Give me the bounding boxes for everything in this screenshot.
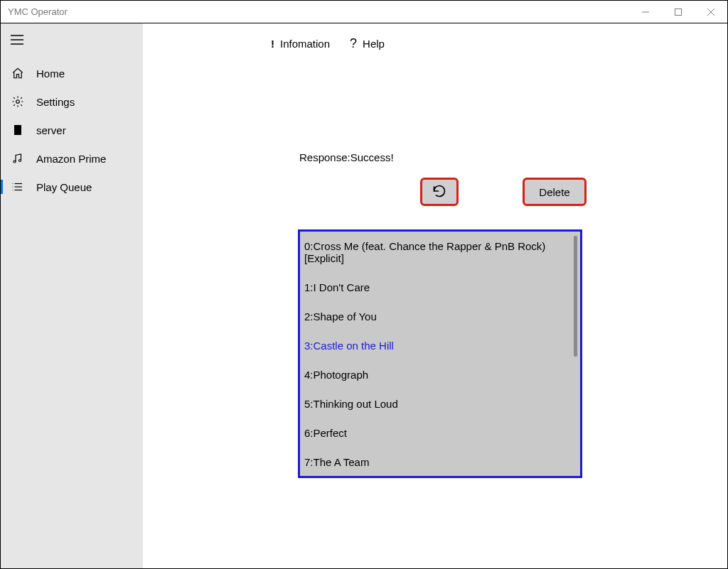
- information-button[interactable]: ! Infomation: [271, 38, 330, 50]
- music-icon: [11, 151, 25, 166]
- home-icon: [11, 66, 25, 80]
- queue-item[interactable]: 5:Thinking out Loud: [304, 398, 576, 410]
- scrollbar[interactable]: [574, 236, 577, 357]
- sidebar-item-label: Amazon Prime: [36, 153, 106, 165]
- sidebar-item-label: Home: [36, 67, 65, 80]
- nav-list: Home Settings server: [1, 59, 143, 201]
- topbar: ! Infomation ? Help: [271, 23, 727, 51]
- info-icon: !: [271, 38, 274, 50]
- queue-list-inner: 0:Cross Me (feat. Chance the Rapper & Pn…: [300, 232, 580, 478]
- sidebar: Home Settings server: [1, 23, 143, 568]
- help-icon: ?: [350, 36, 357, 51]
- delete-button[interactable]: Delete: [523, 178, 587, 206]
- titlebar: YMC Operator: [1, 1, 727, 23]
- sidebar-item-label: Settings: [36, 96, 75, 108]
- sidebar-item-settings[interactable]: Settings: [1, 87, 143, 116]
- delete-label: Delete: [539, 186, 569, 198]
- server-icon: [11, 123, 25, 137]
- queue-list: 0:Cross Me (feat. Chance the Rapper & Pn…: [298, 229, 582, 478]
- queue-item[interactable]: 7:The A Team: [304, 456, 576, 468]
- help-label: Help: [363, 38, 385, 50]
- maximize-button[interactable]: [662, 1, 695, 23]
- minimize-button[interactable]: [629, 1, 662, 23]
- sidebar-item-play-queue[interactable]: Play Queue: [1, 173, 143, 201]
- queue-item[interactable]: 1:I Don't Care: [304, 281, 576, 293]
- app-body: Home Settings server: [1, 23, 727, 568]
- queue-item[interactable]: 4:Photograph: [304, 369, 576, 381]
- refresh-icon: [432, 184, 446, 200]
- sidebar-item-label: server: [36, 124, 66, 136]
- window-title: YMC Operator: [8, 6, 68, 17]
- window-controls: [629, 1, 727, 23]
- svg-point-10: [19, 160, 21, 162]
- svg-point-7: [16, 100, 20, 104]
- hamburger-button[interactable]: [1, 28, 143, 52]
- queue-item[interactable]: 6:Perfect: [304, 427, 576, 439]
- refresh-button[interactable]: [420, 178, 459, 206]
- response-text: Response:Success!: [299, 151, 587, 163]
- svg-rect-8: [14, 125, 21, 135]
- sidebar-item-amazon-prime[interactable]: Amazon Prime: [1, 144, 143, 173]
- svg-rect-1: [675, 9, 682, 15]
- gear-icon: [11, 94, 25, 109]
- queue-item[interactable]: 0:Cross Me (feat. Chance the Rapper & Pn…: [304, 240, 576, 264]
- app-window: YMC Operator: [0, 0, 728, 569]
- content-area: Response:Success! Delete: [299, 151, 587, 206]
- sidebar-item-label: Play Queue: [36, 181, 92, 193]
- svg-point-9: [14, 161, 16, 163]
- close-button[interactable]: [695, 1, 727, 23]
- queue-item[interactable]: 2:Shape of You: [304, 310, 576, 323]
- sidebar-item-server[interactable]: server: [1, 116, 143, 144]
- information-label: Infomation: [280, 38, 330, 50]
- action-row: Delete: [420, 178, 587, 206]
- main-panel: ! Infomation ? Help Response:Success!: [143, 23, 727, 568]
- help-button[interactable]: ? Help: [350, 36, 385, 51]
- sidebar-item-home[interactable]: Home: [1, 59, 143, 87]
- list-icon: [11, 180, 25, 194]
- queue-item-selected[interactable]: 3:Castle on the Hill: [304, 340, 576, 352]
